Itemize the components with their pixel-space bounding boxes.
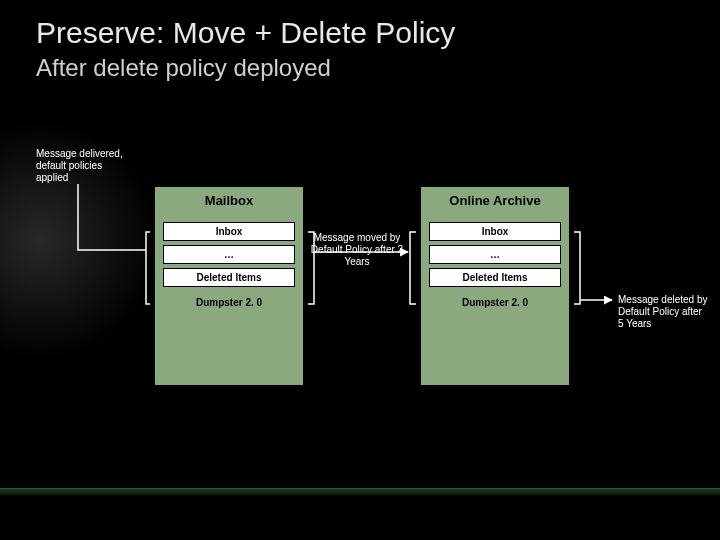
- slide-title: Preserve: Move + Delete Policy: [36, 16, 455, 50]
- mailbox-inbox: Inbox: [163, 222, 295, 241]
- footer-band: [0, 488, 720, 496]
- archive-title: Online Archive: [421, 187, 569, 218]
- note-deleted: Message deleted by Default Policy after …: [618, 294, 710, 330]
- archive-panel: Online Archive Inbox … Deleted Items Dum…: [420, 186, 570, 386]
- note-moved: Message moved by Default Policy after 2 …: [302, 232, 412, 268]
- archive-deleted-items: Deleted Items: [429, 268, 561, 287]
- note-delivered: Message delivered, default policies appl…: [36, 148, 126, 184]
- mailbox-panel: Mailbox Inbox … Deleted Items Dumpster 2…: [154, 186, 304, 386]
- archive-inbox: Inbox: [429, 222, 561, 241]
- mailbox-dumpster: Dumpster 2. 0: [163, 291, 295, 326]
- mailbox-deleted-items: Deleted Items: [163, 268, 295, 287]
- slide-subtitle: After delete policy deployed: [36, 54, 331, 82]
- mailbox-ellipsis: …: [163, 245, 295, 264]
- archive-dumpster: Dumpster 2. 0: [429, 291, 561, 326]
- archive-ellipsis: …: [429, 245, 561, 264]
- mailbox-title: Mailbox: [155, 187, 303, 218]
